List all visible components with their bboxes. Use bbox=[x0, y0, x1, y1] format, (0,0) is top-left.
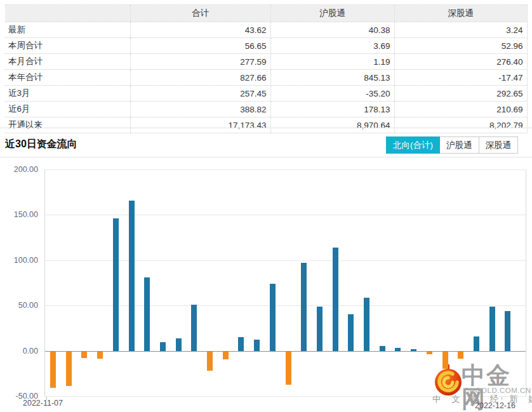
chart-bar[interactable] bbox=[395, 348, 401, 350]
table-cell-value: 276.40 bbox=[394, 54, 527, 70]
table-header-row: 合计沪股通深股通 bbox=[5, 5, 527, 22]
table-cell-value: 3.24 bbox=[394, 22, 527, 38]
table-cell-value: 40.38 bbox=[270, 22, 394, 38]
table-cell-value: 8,970.64 bbox=[270, 117, 394, 133]
chart-bar[interactable] bbox=[474, 336, 479, 351]
table-cell-value: 8,202.79 bbox=[394, 117, 527, 133]
y-axis-label: 0.00 bbox=[0, 347, 38, 356]
x-axis-label-end: 2022-12-16 bbox=[475, 401, 515, 410]
column-header: 沪股通 bbox=[270, 5, 394, 22]
chart-bar[interactable] bbox=[333, 248, 338, 351]
table-cell-value: 292.65 bbox=[394, 86, 527, 102]
summary-table: 合计沪股通深股通 最新43.6240.383.24本周合计56.653.6952… bbox=[5, 4, 528, 133]
table-cell-value: 827.66 bbox=[130, 70, 270, 86]
table-cell-value: -17.47 bbox=[394, 70, 527, 86]
chart-bar[interactable] bbox=[50, 352, 56, 388]
column-header: 合计 bbox=[130, 5, 270, 22]
gridline bbox=[44, 215, 526, 215]
column-header: 深股通 bbox=[394, 5, 527, 22]
y-axis-label: 200.00 bbox=[0, 165, 38, 174]
chart-bar[interactable] bbox=[191, 305, 197, 351]
chart-bar[interactable] bbox=[113, 218, 119, 350]
divider bbox=[0, 128, 532, 128]
y-axis-label: 50.00 bbox=[0, 301, 38, 310]
table-cell-value: -35.20 bbox=[270, 86, 394, 102]
row-label: 开通以来 bbox=[5, 117, 130, 133]
table-cell-value: 17,173.43 bbox=[130, 117, 270, 133]
table-row: 近6月388.82178.13210.69 bbox=[5, 102, 527, 117]
chart-bar[interactable] bbox=[427, 352, 432, 354]
chart-bar[interactable] bbox=[270, 284, 276, 351]
capital-flow-page: { "table": { "headers": ["", "合计", "沪股通"… bbox=[0, 0, 532, 412]
row-label: 本月合计 bbox=[5, 54, 130, 70]
summary-table-header: 合计沪股通深股通 bbox=[5, 5, 527, 22]
tab-沪股通[interactable]: 沪股通 bbox=[439, 136, 479, 154]
column-header-empty bbox=[5, 5, 130, 22]
table-cell-value: 178.13 bbox=[270, 102, 394, 117]
chart-bar[interactable] bbox=[129, 201, 135, 350]
chart-bar[interactable] bbox=[254, 340, 260, 350]
table-cell-value: 56.65 bbox=[130, 38, 270, 54]
chart-bar[interactable] bbox=[411, 349, 416, 351]
chart-bar[interactable] bbox=[317, 307, 323, 350]
table-cell-value: 257.45 bbox=[130, 86, 270, 102]
table-row: 近3月257.45-35.20292.65 bbox=[5, 86, 527, 102]
chart-bar[interactable] bbox=[97, 352, 103, 359]
y-axis-label: 100.00 bbox=[0, 256, 38, 265]
table-cell-value: 43.62 bbox=[130, 22, 270, 38]
chart-bar[interactable] bbox=[364, 298, 369, 351]
table-row: 本周合计56.653.6952.96 bbox=[5, 38, 527, 54]
axis-line bbox=[44, 169, 45, 397]
chart-bar[interactable] bbox=[144, 277, 150, 351]
chart-bar[interactable] bbox=[207, 352, 213, 371]
table-cell-value: 388.82 bbox=[130, 102, 270, 117]
axis-line bbox=[526, 169, 526, 397]
chart-bar[interactable] bbox=[458, 352, 463, 359]
chart-bar[interactable] bbox=[176, 338, 182, 350]
chart-bar[interactable] bbox=[489, 307, 495, 351]
table-cell-value: 52.96 bbox=[394, 38, 527, 54]
table-cell-value: 3.69 bbox=[270, 38, 394, 54]
chart-bar[interactable] bbox=[348, 314, 354, 350]
table-cell-value: 277.59 bbox=[130, 54, 270, 70]
chart-bar[interactable] bbox=[81, 352, 87, 359]
chart-bar[interactable] bbox=[442, 352, 448, 369]
x-axis-label-start: 2022-11-07 bbox=[23, 399, 63, 408]
table-cell-value: 1.19 bbox=[270, 54, 394, 70]
table-cell-value: 845.13 bbox=[270, 70, 394, 86]
table-row: 本年合计827.66845.13-17.47 bbox=[5, 70, 527, 86]
table-row: 最新43.6240.383.24 bbox=[5, 22, 527, 38]
chart-bar[interactable] bbox=[286, 352, 291, 385]
gridline bbox=[44, 169, 526, 170]
tab-北向(合计)[interactable]: 北向(合计) bbox=[386, 136, 440, 154]
tab-深股通[interactable]: 深股通 bbox=[479, 136, 519, 154]
table-cell-value: 210.69 bbox=[394, 102, 527, 117]
chart-bar[interactable] bbox=[223, 352, 229, 359]
row-label: 本周合计 bbox=[5, 38, 130, 54]
table-row: 本月合计277.591.19276.40 bbox=[5, 54, 527, 70]
row-label: 近6月 bbox=[5, 102, 130, 117]
row-label: 最新 bbox=[5, 22, 130, 38]
row-label: 近3月 bbox=[5, 86, 130, 102]
row-label: 本年合计 bbox=[5, 70, 130, 86]
chart-bar[interactable] bbox=[238, 337, 244, 350]
chart-bar[interactable] bbox=[380, 346, 385, 351]
section-title: 近30日资金流向 bbox=[5, 138, 77, 151]
chart-bar[interactable] bbox=[160, 342, 166, 351]
chart-bar[interactable] bbox=[301, 263, 307, 351]
table-row: 开通以来17,173.438,970.648,202.79 bbox=[5, 117, 527, 133]
chart-tabs: 北向(合计)沪股通深股通 bbox=[387, 136, 518, 154]
y-axis-label: 150.00 bbox=[0, 210, 38, 219]
chart-bar[interactable] bbox=[505, 311, 510, 350]
flow-bar-chart: 中金网 CNGOLD.COM.CN 中 文 财 经 新 媒 体 200.0015… bbox=[0, 157, 532, 412]
chart-bar[interactable] bbox=[66, 352, 72, 386]
